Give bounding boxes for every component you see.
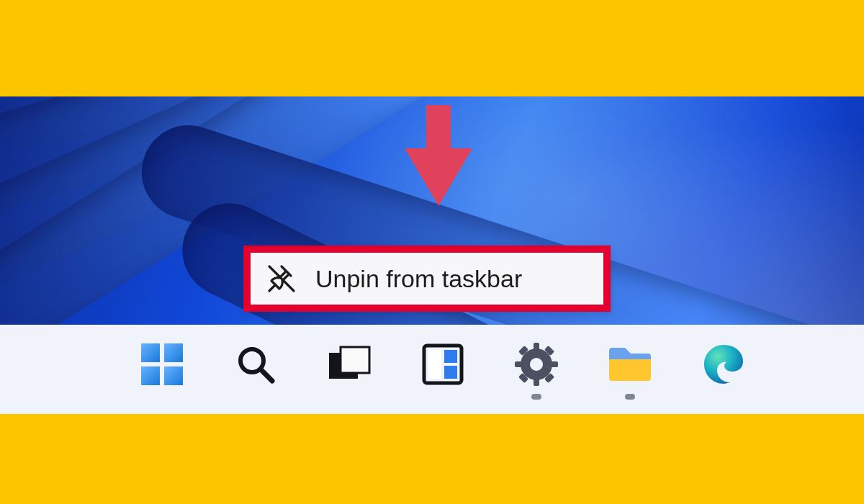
taskbar-item-widgets[interactable] <box>418 337 468 402</box>
task-view-icon <box>324 339 374 390</box>
svg-rect-12 <box>549 361 558 367</box>
start-icon <box>137 339 187 390</box>
svg-line-1 <box>261 369 272 381</box>
svg-rect-3 <box>341 347 369 373</box>
svg-point-17 <box>530 358 543 371</box>
search-icon <box>230 339 281 390</box>
svg-rect-11 <box>515 361 523 367</box>
folder-icon <box>605 339 655 390</box>
unpin-icon <box>265 262 298 295</box>
taskbar-context-menu: Unpin from taskbar <box>243 246 611 312</box>
taskbar-item-start[interactable] <box>137 337 187 402</box>
taskbar-item-settings[interactable] <box>511 337 562 402</box>
context-menu-item-unpin[interactable]: Unpin from taskbar <box>315 265 522 293</box>
taskbar-item-file-explorer[interactable] <box>605 337 655 402</box>
svg-rect-5 <box>428 350 441 379</box>
edge-icon <box>698 339 749 390</box>
gear-icon <box>511 339 562 390</box>
widgets-icon <box>418 339 468 390</box>
annotation-arrow-icon <box>405 105 472 206</box>
svg-rect-7 <box>444 366 457 379</box>
taskbar <box>0 325 864 414</box>
svg-rect-9 <box>534 343 539 351</box>
running-indicator <box>625 394 635 400</box>
svg-rect-6 <box>444 350 457 363</box>
taskbar-item-search[interactable] <box>230 337 281 402</box>
screenshot-stage: Unpin from taskbar <box>0 96 864 414</box>
running-indicator <box>531 394 541 400</box>
svg-rect-10 <box>534 377 539 386</box>
taskbar-item-edge[interactable] <box>698 337 749 402</box>
taskbar-item-task-view[interactable] <box>324 337 374 402</box>
